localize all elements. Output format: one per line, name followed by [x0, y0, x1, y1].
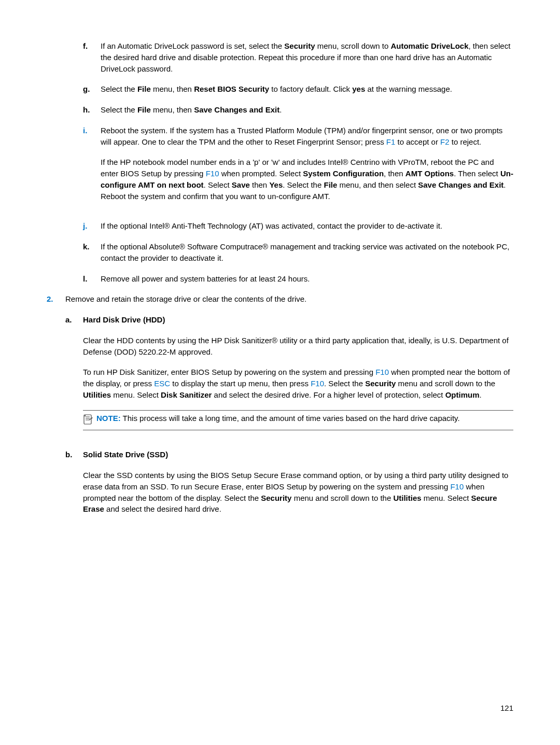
note-callout: NOTE: This process will take a long time…	[83, 410, 513, 431]
item-content: Select the File menu, then Save Changes …	[101, 104, 513, 116]
item-marker: h.	[83, 104, 101, 116]
item-content: Reboot the system. If the system has a T…	[101, 125, 513, 212]
paragraph: Clear the SSD contents by using the BIOS…	[83, 470, 513, 515]
item-l: l. Remove all power and system batteries…	[83, 273, 513, 285]
sub-list-second: a. Hard Disk Drive (HDD) Clear the HDD c…	[47, 314, 513, 524]
item-marker: i.	[83, 125, 101, 212]
sub-list-first: f. If an Automatic DriveLock password is…	[47, 40, 513, 284]
item-b: b. Solid State Drive (SSD) Clear the SSD…	[65, 449, 513, 524]
note-icon	[83, 414, 94, 428]
item-j: j. If the optional Intel® Anti-Theft Tec…	[83, 220, 513, 232]
item-h: h. Select the File menu, then Save Chang…	[83, 104, 513, 116]
heading: Hard Disk Drive (HDD)	[83, 314, 513, 326]
item-marker: l.	[83, 273, 101, 285]
item-marker: a.	[65, 314, 83, 440]
item-marker: j.	[83, 220, 101, 232]
item-content: If the optional Intel® Anti-Theft Techno…	[101, 220, 513, 232]
item-marker: k.	[83, 241, 101, 264]
heading: Solid State Drive (SSD)	[83, 449, 513, 460]
item-i: i. Reboot the system. If the system has …	[83, 125, 513, 212]
note-label: NOTE:	[96, 414, 121, 423]
item-content: If the optional Absolute® Software Compu…	[101, 241, 513, 264]
note-body: This process will take a long time, and …	[123, 414, 460, 423]
item-k: k. If the optional Absolute® Software Co…	[83, 241, 513, 264]
item-2: 2. Remove and retain the storage drive o…	[47, 293, 513, 305]
paragraph: If the HP notebook model number ends in …	[101, 157, 513, 202]
item-content: Hard Disk Drive (HDD) Clear the HDD cont…	[83, 314, 513, 440]
item-content: Remove all power and system batteries fo…	[101, 273, 513, 285]
item-a: a. Hard Disk Drive (HDD) Clear the HDD c…	[65, 314, 513, 440]
item-content: Remove and retain the storage drive or c…	[65, 293, 513, 305]
item-marker: 2.	[47, 293, 65, 305]
item-content: Solid State Drive (SSD) Clear the SSD co…	[83, 449, 513, 524]
item-content: If an Automatic DriveLock password is se…	[101, 40, 513, 74]
item-marker: f.	[83, 40, 101, 74]
note-text: NOTE: This process will take a long time…	[96, 413, 460, 424]
page-number: 121	[500, 702, 513, 714]
paragraph: To run HP Disk Sanitizer, enter BIOS Set…	[83, 367, 513, 400]
item-marker: g.	[83, 83, 101, 95]
item-g: g. Select the File menu, then Reset BIOS…	[83, 83, 513, 95]
paragraph: Reboot the system. If the system has a T…	[101, 125, 513, 148]
document-page: f. If an Automatic DriveLock password is…	[0, 0, 560, 745]
item-f: f. If an Automatic DriveLock password is…	[83, 40, 513, 74]
paragraph: Clear the HDD contents by using the HP D…	[83, 335, 513, 358]
item-marker: b.	[65, 449, 83, 524]
item-content: Select the File menu, then Reset BIOS Se…	[101, 83, 513, 95]
